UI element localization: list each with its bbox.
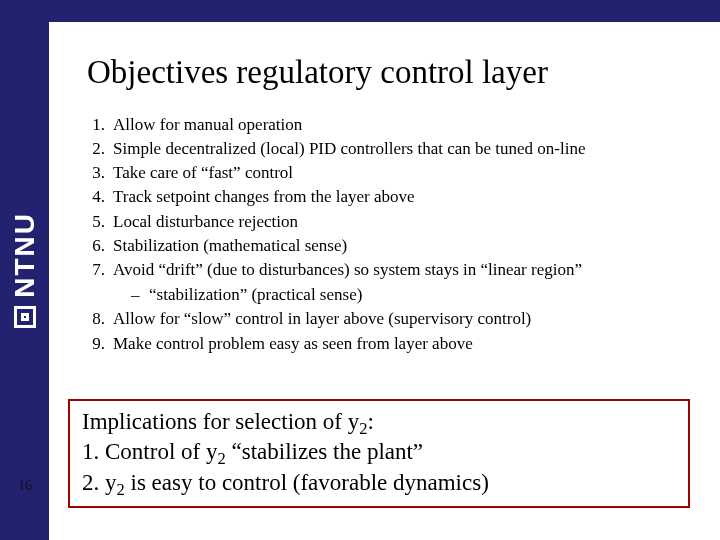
list-text: Allow for manual operation xyxy=(113,113,302,137)
ntnu-logo-icon xyxy=(14,306,36,328)
list-text: Allow for “slow” control in layer above … xyxy=(113,307,531,331)
list-item: 3.Take care of “fast” control xyxy=(87,161,690,185)
implications-box-wrap: Implications for selection of y2: 1. Con… xyxy=(68,399,690,508)
box-text: Implications for selection of y xyxy=(82,409,359,434)
box-text: 2. y xyxy=(82,470,117,495)
list-text: Track setpoint changes from the layer ab… xyxy=(113,185,415,209)
box-line-3: 2. y2 is easy to control (favorable dyna… xyxy=(82,468,678,498)
subscript: 2 xyxy=(359,419,367,438)
top-bar xyxy=(0,0,720,22)
slide: NTNU 16 Objectives regulatory control la… xyxy=(0,0,720,540)
list-item: 5.Local disturbance rejection xyxy=(87,210,690,234)
sublist-item: “stabilization” (practical sense) xyxy=(131,282,690,308)
list-number: 7. xyxy=(87,258,113,282)
list-number: 4. xyxy=(87,185,113,209)
list-text: Stabilization (mathematical sense) xyxy=(113,234,347,258)
list-number: 1. xyxy=(87,113,113,137)
list-text: Local disturbance rejection xyxy=(113,210,298,234)
list-item: 7.Avoid “drift” (due to disturbances) so… xyxy=(87,258,690,282)
subscript: 2 xyxy=(217,449,225,468)
objectives-sublist: “stabilization” (practical sense) xyxy=(131,282,690,308)
list-item: 8.Allow for “slow” control in layer abov… xyxy=(87,307,690,331)
list-item: 4.Track setpoint changes from the layer … xyxy=(87,185,690,209)
objectives-list-tail: 8.Allow for “slow” control in layer abov… xyxy=(87,307,690,355)
list-number: 8. xyxy=(87,307,113,331)
list-text: Avoid “drift” (due to disturbances) so s… xyxy=(113,258,582,282)
subscript: 2 xyxy=(117,480,125,499)
sidebar: NTNU xyxy=(0,0,49,540)
ntnu-logo-icon-inner xyxy=(21,313,29,321)
box-line-1: Implications for selection of y2: xyxy=(82,407,678,437)
list-text: Make control problem easy as seen from l… xyxy=(113,332,473,356)
sublist-text: “stabilization” (practical sense) xyxy=(149,285,362,304)
box-text: “stabilizes the plant” xyxy=(226,439,423,464)
list-number: 3. xyxy=(87,161,113,185)
objectives-list: 1.Allow for manual operation 2.Simple de… xyxy=(87,113,690,282)
list-number: 5. xyxy=(87,210,113,234)
list-number: 2. xyxy=(87,137,113,161)
list-number: 9. xyxy=(87,332,113,356)
list-item: 9.Make control problem easy as seen from… xyxy=(87,332,690,356)
list-item: 2.Simple decentralized (local) PID contr… xyxy=(87,137,690,161)
box-text: is easy to control (favorable dynamics) xyxy=(125,470,489,495)
box-line-2: 1. Control of y2 “stabilizes the plant” xyxy=(82,437,678,467)
list-item: 6.Stabilization (mathematical sense) xyxy=(87,234,690,258)
slide-title: Objectives regulatory control layer xyxy=(87,54,690,91)
page-number: 16 xyxy=(10,478,40,494)
list-text: Simple decentralized (local) PID control… xyxy=(113,137,586,161)
list-text: Take care of “fast” control xyxy=(113,161,293,185)
box-text: : xyxy=(367,409,373,434)
list-number: 6. xyxy=(87,234,113,258)
implications-box: Implications for selection of y2: 1. Con… xyxy=(68,399,690,508)
list-item: 1.Allow for manual operation xyxy=(87,113,690,137)
box-text: 1. Control of y xyxy=(82,439,217,464)
ntnu-logotype: NTNU xyxy=(9,212,41,298)
